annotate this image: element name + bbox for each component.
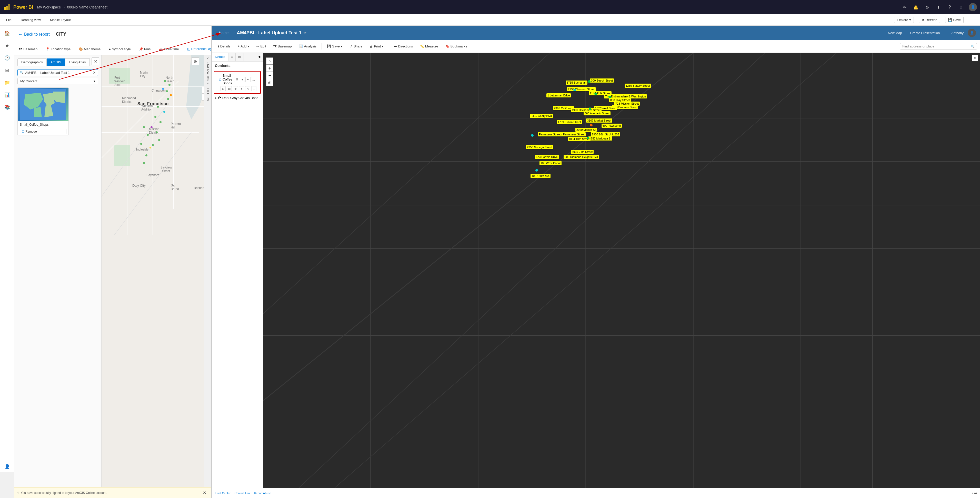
notification-icon[interactable]: 🔔 bbox=[912, 3, 920, 11]
edit-title-icon[interactable]: ✏ bbox=[304, 31, 307, 35]
explore-button[interactable]: Explore ▾ bbox=[894, 17, 914, 23]
demographics-tab[interactable]: Demographics bbox=[18, 59, 47, 66]
map-theme-btn[interactable]: 🎨 Map theme bbox=[76, 46, 103, 52]
panel-collapse-arrow[interactable]: ◀ bbox=[255, 53, 263, 61]
label-300-beech[interactable]: 300 Beech Street bbox=[590, 78, 614, 83]
details-btn[interactable]: ℹ Details bbox=[215, 43, 234, 49]
symbol-style-btn[interactable]: ● Symbol style bbox=[106, 46, 133, 52]
pins-btn[interactable]: 📌 Pins bbox=[137, 46, 153, 52]
label-3757-mariposa[interactable]: 3757 Mariposa St bbox=[588, 137, 612, 140]
sidebar-item-favorites[interactable]: ★ bbox=[2, 40, 13, 51]
label-parnassus[interactable]: Parnassus Street / Parnassus Street bbox=[538, 132, 585, 137]
label-2350-noriega[interactable]: 2350 Noriega Street bbox=[526, 145, 553, 149]
arcgis-tab[interactable]: ArcGIS bbox=[47, 59, 65, 66]
measure-btn[interactable]: 📏 Measure bbox=[417, 43, 441, 49]
download-icon[interactable]: ⬇ bbox=[935, 3, 942, 11]
arcgis-search-box[interactable]: 🔍 bbox=[900, 43, 977, 49]
create-presentation-btn[interactable]: Create Presentation bbox=[907, 30, 943, 36]
layer-table-btn[interactable]: ⊞ bbox=[234, 77, 239, 82]
drive-time-btn[interactable]: 🚗 Drive time bbox=[156, 46, 181, 52]
grid-tab[interactable]: ⊞ bbox=[235, 53, 244, 61]
sidebar-item-learn[interactable]: 📚 bbox=[2, 102, 13, 113]
list-tab[interactable]: ≡ bbox=[229, 53, 236, 61]
sub-tool-more[interactable]: … bbox=[251, 86, 256, 91]
bookmarks-btn[interactable]: 🔖 Bookmarks bbox=[442, 43, 470, 49]
sidebar-item-metrics[interactable]: 📊 bbox=[2, 89, 13, 100]
tools-panel-close-btn[interactable]: ✕ bbox=[92, 57, 99, 65]
sidebar-item-workspaces[interactable]: 📁 bbox=[2, 77, 13, 88]
directions-btn[interactable]: ➡ Directions bbox=[391, 43, 416, 49]
report-abuse-link[interactable]: Report Abuse bbox=[254, 492, 271, 495]
sub-tool-2[interactable]: ▦ bbox=[227, 86, 232, 91]
label-3995-24th[interactable]: 3995 24th Street bbox=[571, 150, 593, 154]
sub-tool-4[interactable]: ● bbox=[239, 86, 244, 91]
help-icon[interactable]: ? bbox=[946, 3, 953, 11]
content-dropdown[interactable]: My Content ▾ bbox=[18, 78, 98, 84]
home-nav-btn[interactable]: Home bbox=[216, 30, 232, 36]
living-atlas-tab[interactable]: Living Atlas bbox=[65, 59, 90, 66]
status-close-btn[interactable]: ✕ bbox=[200, 489, 208, 497]
visualizations-label[interactable]: VISUALIZATIONS bbox=[206, 56, 210, 86]
sidebar-item-user[interactable]: 👤 bbox=[2, 461, 13, 473]
label-360-alvarado[interactable]: 360 Alvarado Street bbox=[584, 111, 611, 115]
label-5435-geary[interactable]: 5435 Geary Blvd bbox=[530, 114, 553, 118]
arcgis-home-btn[interactable]: ⌂ bbox=[266, 57, 273, 65]
save-agis-btn[interactable]: 💾 Save ▾ bbox=[324, 43, 346, 49]
label-1007-30th[interactable]: 1007 30th Ave bbox=[530, 174, 550, 178]
layer-search-box[interactable]: 🔍 ✕ bbox=[18, 69, 98, 76]
sidebar-item-apps[interactable]: ⊞ bbox=[2, 65, 13, 76]
sidebar-item-home[interactable]: 🏠 bbox=[2, 28, 13, 39]
trust-center-link[interactable]: Trust Center bbox=[215, 492, 231, 495]
save-button[interactable]: 💾 Save bbox=[945, 17, 964, 23]
details-tab[interactable]: Details bbox=[212, 53, 229, 61]
label-letterman[interactable]: 1 Letterman Drive bbox=[546, 93, 571, 97]
basemap-btn[interactable]: 🗺 Basemap bbox=[16, 46, 40, 52]
label-100-west-portal[interactable]: 100 West Portal bbox=[539, 161, 562, 165]
analysis-btn[interactable]: 📊 Analysis bbox=[296, 43, 320, 49]
arcgis-expand-btn[interactable]: ⊠ bbox=[972, 55, 978, 61]
mobile-layout-menu[interactable]: Mobile Layout bbox=[48, 17, 73, 23]
label-673-portola[interactable]: 673 Portola Drive bbox=[535, 155, 559, 159]
label-3735-buchanan[interactable]: 3735 Buchanan bbox=[566, 81, 587, 84]
layer-filter-btn[interactable]: ▼ bbox=[240, 77, 245, 82]
filters-label[interactable]: FILTERS bbox=[206, 86, 210, 103]
layer-expand-icon[interactable]: ▶ bbox=[215, 96, 217, 99]
print-btn[interactable]: 🖨 Print ▾ bbox=[367, 43, 387, 49]
arcgis-zoom-in-btn[interactable]: + bbox=[266, 65, 273, 72]
edit-btn[interactable]: ✏ Edit bbox=[253, 43, 269, 49]
location-btn[interactable]: ⊕ bbox=[191, 57, 199, 65]
label-2900-16th[interactable]: 2900 16th St Unit 205 bbox=[591, 132, 620, 137]
arcgis-locate-btn[interactable]: ◎ bbox=[266, 79, 273, 86]
arcgis-zoom-out-btn[interactable]: − bbox=[266, 72, 273, 79]
layer-checkbox[interactable]: ☑ bbox=[218, 78, 221, 81]
user-avatar-arcgis[interactable]: 👤 bbox=[968, 29, 976, 37]
layer-more-btn[interactable]: … bbox=[251, 77, 256, 82]
sub-tool-5[interactable]: ✎ bbox=[245, 86, 250, 91]
file-menu[interactable]: File bbox=[4, 17, 14, 23]
basemap-agis-btn[interactable]: 🗺 Basemap bbox=[270, 43, 295, 49]
layer-style-btn[interactable]: ● bbox=[245, 77, 250, 82]
back-to-report-link[interactable]: ← Back to report bbox=[19, 32, 50, 37]
reference-layer-btn[interactable]: ◫ Reference layer bbox=[185, 46, 211, 53]
sub-tool-1[interactable]: ⊞ bbox=[221, 86, 226, 91]
label-2020-market[interactable]: 2020 Market St bbox=[575, 128, 597, 132]
sub-tool-3[interactable]: ⊕ bbox=[233, 86, 238, 91]
label-3107-market[interactable]: 3107 Market Street bbox=[586, 118, 612, 123]
label-diamond-heights[interactable]: 900 Diamond Heights Blvd bbox=[563, 155, 599, 159]
label-1235-battery[interactable]: 1235 Battery Street bbox=[625, 84, 651, 88]
new-map-btn[interactable]: New Map bbox=[885, 30, 905, 36]
label-2130-chestnut[interactable]: 2130 Chestnut Street bbox=[567, 87, 596, 91]
label-600-townsend[interactable]: 600 Townsend bbox=[601, 124, 622, 128]
edit-icon[interactable]: ✏ bbox=[901, 3, 908, 11]
label-1799-fulton[interactable]: 1799 Fulton Street bbox=[557, 120, 582, 124]
user-avatar[interactable]: 👤 bbox=[969, 3, 977, 11]
settings-icon[interactable]: ⚙ bbox=[924, 3, 931, 11]
arcgis-search-input[interactable] bbox=[902, 45, 969, 48]
share-btn[interactable]: ↗ Share bbox=[347, 43, 366, 49]
add-btn[interactable]: + Add ▾ bbox=[235, 43, 253, 49]
location-type-btn[interactable]: 📍 Location type bbox=[43, 46, 73, 52]
refresh-button[interactable]: ↺ Refresh bbox=[919, 17, 940, 23]
reading-view-menu[interactable]: Reading view bbox=[19, 17, 43, 23]
more-actions-icon[interactable]: … bbox=[969, 16, 976, 24]
contact-esri-link[interactable]: Contact Esri bbox=[235, 492, 250, 495]
